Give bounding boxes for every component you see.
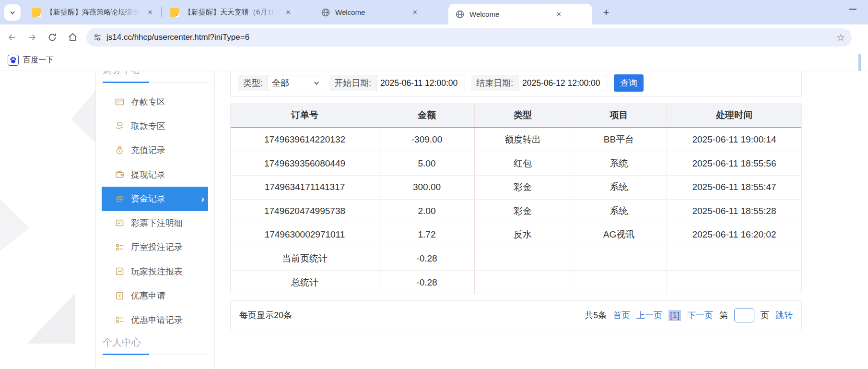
table-cell: 1749620474995738 [231,200,379,223]
table-cell: -0.28 [379,271,475,294]
sidebar-item-withdraw-zone[interactable]: 取款专区 [96,114,215,139]
sidebar-item-withdrawal-records[interactable]: 提现记录 [96,163,215,187]
table-cell: 额度转出 [475,128,571,152]
sidebar-item-recharge-records[interactable]: ¥ 充值记录 [96,138,215,163]
forward-button[interactable] [24,29,40,46]
sidebar-item-label: 取款专区 [131,120,165,132]
table-cell: 1749639614220132 [231,128,379,152]
table-cell: AG视讯 [571,223,667,247]
tab-separator [161,7,162,17]
sidebar-item-label: 优惠申请记录 [131,314,183,326]
tab-title: 【新提醒】天天竞猜（6月11日 [184,8,278,17]
filter-row: 类型: 全部 开始日期: 结束日期: 查询 [238,74,644,92]
table-cell: 1749634171141317 [231,176,379,199]
table-header-cell: 处理时间 [667,103,801,127]
first-page-link[interactable]: 首页 [613,309,630,321]
start-date-input[interactable] [376,75,465,91]
jump-page-input[interactable] [734,308,754,322]
tab-forum-1[interactable]: 【新提醒】海燕策略论坛综合交 × [25,0,159,24]
table-row: 1749634171141317 300.00 彩金 系统 2025-06-11… [231,176,801,200]
back-button[interactable] [4,29,20,46]
bookmarks-bar: 百度一下 [0,50,868,71]
banknotes-icon [115,194,124,203]
list-squares-icon [115,243,124,252]
site-info-icon[interactable] [93,33,102,42]
forum-favicon-icon [170,8,179,17]
sidebar-item-lottery-bet-details[interactable]: 彩票下注明细 [96,211,215,236]
sidebar-item-player-bet-report[interactable]: 玩家投注报表 [96,260,215,284]
tab-welcome-1[interactable]: Welcome × [314,0,445,24]
table-cell [667,271,801,294]
type-select[interactable]: 全部 [268,75,323,91]
current-page-indicator[interactable]: [1] [669,310,681,321]
table-cell [571,247,667,271]
pagination-controls: 共5条 首页 上一页 [1] 下一页 第 页 跳转 [578,308,793,322]
table-cell: 2.00 [379,200,475,223]
sidebar-item-funds-records[interactable]: 资金记录 › [102,187,208,211]
sidebar-item-hall-bet-records[interactable]: 厅室投注记录 [96,235,215,260]
forward-icon [27,33,37,42]
table-cell [667,247,801,271]
type-select-value: 全部 [272,77,289,89]
section-divider [103,82,209,83]
reload-button[interactable] [44,29,60,46]
end-date-input[interactable] [518,75,607,91]
close-icon[interactable]: × [284,7,293,17]
minimize-button[interactable] [849,9,856,10]
table-header-cell: 订单号 [231,103,379,127]
forum-favicon-icon [32,8,41,17]
sidebar-item-label: 优惠申请 [131,290,165,301]
table-cell: 系统 [571,176,667,199]
page-size-text: 每页显示20条 [239,309,292,321]
bookmark-star-icon[interactable]: ☆ [836,32,845,43]
table-cell [475,247,571,271]
jump-suffix-text: 页 [761,309,769,321]
table-cell: 反水 [475,223,571,247]
sidebar-item-label: 充值记录 [131,144,165,156]
home-button[interactable] [64,29,81,46]
table-cell [475,271,571,294]
table-header-cell: 类型 [475,103,571,127]
start-date-label: 开始日期: [329,75,376,91]
next-page-link[interactable]: 下一页 [687,309,713,321]
table-cell [571,271,667,294]
jump-prefix-text: 第 [719,309,728,321]
tab-search-button[interactable] [4,4,21,21]
close-icon[interactable]: × [146,7,154,17]
tab-welcome-2-active[interactable]: Welcome × [448,4,592,24]
new-tab-button[interactable]: + [599,6,613,19]
decorative-triangle [71,90,96,143]
funds-table: 订单号 金额 类型 项目 处理时间 1749639614220132 -309.… [230,103,802,294]
table-cell: -0.28 [379,247,475,271]
table-summary-row-total: 总统计 -0.28 [231,271,801,294]
pagination-panel: 每页显示20条 共5条 首页 上一页 [1] 下一页 第 页 跳转 [230,300,802,330]
wallet-icon [115,170,124,179]
table-cell: -309.00 [379,128,475,152]
envelope-yuan-icon: ¥ [115,291,124,300]
sidebar-item-promo-apply-records[interactable]: 优惠申请记录 [96,308,215,333]
total-count-text: 共5条 [585,309,607,321]
address-bar[interactable]: js14.cc/hhcp/usercenter.html?iniType=6 ☆ [86,28,852,47]
tab-forum-2[interactable]: 【新提醒】天天竞猜（6月11日 × [163,0,297,24]
table-header-row: 订单号 金额 类型 项目 处理时间 [231,103,801,128]
table-cell: 系统 [571,200,667,223]
chevron-down-icon [9,9,16,16]
sidebar-item-label: 彩票下注明细 [131,217,183,229]
jump-button[interactable]: 跳转 [775,309,793,321]
close-icon[interactable]: × [411,7,419,17]
baidu-favicon-icon [8,55,19,66]
sidebar-item-deposit-zone[interactable]: 存款专区 [96,90,215,114]
table-cell: 2025-06-11 18:55:56 [667,152,801,176]
query-button[interactable]: 查询 [614,74,644,92]
prev-page-link[interactable]: 上一页 [636,309,662,321]
sidebar-item-label: 玩家投注报表 [131,266,183,277]
sidebar-item-promo-apply[interactable]: ¥ 优惠申请 [96,284,215,308]
chevron-down-icon [314,80,319,86]
type-label: 类型: [238,75,268,91]
close-icon[interactable]: × [554,9,563,19]
globe-favicon-icon [321,8,330,17]
url-text[interactable]: js14.cc/hhcp/usercenter.html?iniType=6 [106,33,836,42]
table-cell: 1749630002971011 [231,223,379,247]
table-cell: 总统计 [231,271,379,294]
bookmark-baidu[interactable]: 百度一下 [23,55,54,65]
